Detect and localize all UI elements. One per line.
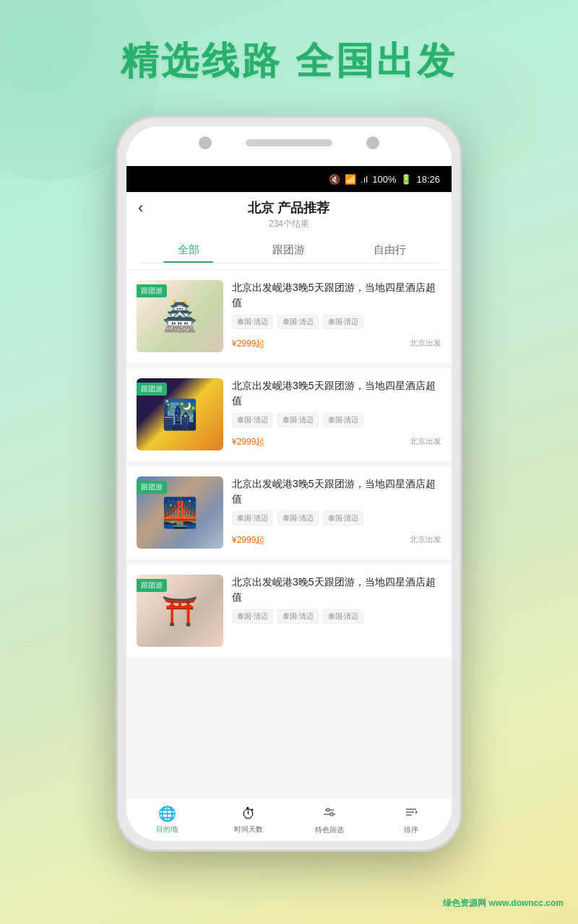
product-tags-1: 泰国·清迈 泰国·清迈 泰国·清迈 xyxy=(232,315,441,329)
product-info-2: 北京出发岘港3晚5天跟团游，当地四星酒店超值 泰国·清迈 泰国·清迈 泰国·清迈… xyxy=(232,378,441,450)
tag-1-2: 泰国·清迈 xyxy=(323,315,364,329)
days-label: 时间天数 xyxy=(234,824,263,834)
tag-3-2: 泰国·清迈 xyxy=(323,511,364,526)
mute-icon: 🔇 xyxy=(329,174,340,185)
phone-camera-right xyxy=(366,136,379,149)
product-origin-1: 北京出发 xyxy=(410,338,441,349)
filter-label: 特色筛选 xyxy=(315,825,344,835)
svg-point-2 xyxy=(327,808,329,811)
product-tags-2: 泰国·清迈 泰国·清迈 泰国·清迈 xyxy=(232,413,441,427)
product-price-row-1: ¥2999起 北京出发 xyxy=(232,336,441,350)
filter-icon xyxy=(322,805,337,823)
product-image-4: 跟团游 xyxy=(137,575,223,647)
bottom-nav-filter[interactable]: 特色筛选 xyxy=(289,798,371,841)
tag-3-1: 泰国·清迈 xyxy=(277,511,319,526)
status-bar: 🔇 📶 .ıl 100% 🔋 18:26 xyxy=(126,166,452,192)
product-tag-2: 跟团游 xyxy=(137,383,167,396)
bottom-nav: 🌐 目的地 ⏱ 时间天数 特色 xyxy=(126,798,452,841)
tag-1-0: 泰国·清迈 xyxy=(232,315,273,329)
nav-top-row: ‹ 北京 产品推荐 xyxy=(138,199,440,217)
sort-label: 排序 xyxy=(404,825,418,835)
page-title: 北京 产品推荐 xyxy=(248,199,329,217)
sort-icon xyxy=(404,805,418,823)
product-title-1: 北京出发岘港3晚5天跟团游，当地四星酒店超值 xyxy=(232,280,441,310)
status-icons: 🔇 📶 .ıl 100% 🔋 18:26 xyxy=(329,174,440,185)
product-card-1[interactable]: 跟团游 北京出发岘港3晚5天跟团游，当地四星酒店超值 泰国·清迈 泰国·清迈 泰… xyxy=(126,270,452,362)
product-title-4: 北京出发岘港3晚5天跟团游，当地四星酒店超值 xyxy=(232,575,441,605)
page-headline: 精选线路 全国出发 xyxy=(0,36,578,87)
product-info-1: 北京出发岘港3晚5天跟团游，当地四星酒店超值 泰国·清迈 泰国·清迈 泰国·清迈… xyxy=(232,280,441,352)
days-icon: ⏱ xyxy=(241,806,256,822)
bottom-nav-destination[interactable]: 🌐 目的地 xyxy=(126,798,208,841)
tag-2-1: 泰国·清迈 xyxy=(277,413,319,427)
product-title-2: 北京出发岘港3晚5天跟团游，当地四星酒店超值 xyxy=(232,378,441,409)
wifi-icon: 📶 xyxy=(345,174,356,185)
tab-bar: 全部 跟团游 自由行 xyxy=(138,237,440,263)
tag-2-2: 泰国·清迈 xyxy=(323,413,364,427)
phone-inner: 🔇 📶 .ıl 100% 🔋 18:26 ‹ 北京 产品推荐 234个结果 xyxy=(126,126,452,841)
time-label: 18:26 xyxy=(416,174,440,185)
watermark: 绿色资源网 www.downcc.com xyxy=(443,897,564,910)
phone-frame: 🔇 📶 .ıl 100% 🔋 18:26 ‹ 北京 产品推荐 234个结果 xyxy=(116,116,462,852)
destination-label: 目的地 xyxy=(156,824,178,834)
product-tag-3: 跟团游 xyxy=(137,481,167,494)
tab-free-tour[interactable]: 自由行 xyxy=(340,237,440,263)
bottom-nav-sort[interactable]: 排序 xyxy=(371,798,452,841)
product-origin-3: 北京出发 xyxy=(410,534,441,545)
tab-group-tour[interactable]: 跟团游 xyxy=(238,237,339,263)
product-price-1: ¥2999起 xyxy=(232,336,264,350)
product-tag-1: 跟团游 xyxy=(137,284,167,297)
product-card-3[interactable]: 跟团游 北京出发岘港3晚5天跟团游，当地四星酒店超值 泰国·清迈 泰国·清迈 泰… xyxy=(126,466,452,559)
svg-point-3 xyxy=(330,813,333,816)
result-count: 234个结果 xyxy=(269,218,309,230)
tag-4-1: 泰国·清迈 xyxy=(277,609,319,624)
product-title-3: 北京出发岘港3晚5天跟团游，当地四星酒店超值 xyxy=(232,476,441,507)
product-price-row-2: ¥2999起 北京出发 xyxy=(232,435,441,448)
battery-icon: 🔋 xyxy=(400,174,412,185)
back-button[interactable]: ‹ xyxy=(138,199,143,217)
product-price-2: ¥2999起 xyxy=(232,435,264,448)
product-image-1: 跟团游 xyxy=(137,280,223,352)
tag-2-0: 泰国·清迈 xyxy=(232,413,273,427)
screen: 🔇 📶 .ıl 100% 🔋 18:26 ‹ 北京 产品推荐 234个结果 xyxy=(126,166,452,841)
battery-label: 100% xyxy=(372,174,396,185)
nav-header: ‹ 北京 产品推荐 234个结果 全部 跟团游 自由行 xyxy=(126,192,452,270)
product-image-3: 跟团游 xyxy=(137,476,223,549)
product-tags-4: 泰国·清迈 泰国·清迈 泰国·清迈 xyxy=(232,609,441,624)
tag-4-2: 泰国·清迈 xyxy=(323,609,364,624)
product-info-3: 北京出发岘港3晚5天跟团游，当地四星酒店超值 泰国·清迈 泰国·清迈 泰国·清迈… xyxy=(232,476,441,549)
bottom-nav-days[interactable]: ⏱ 时间天数 xyxy=(208,798,290,841)
product-list: 跟团游 北京出发岘港3晚5天跟团游，当地四星酒店超值 泰国·清迈 泰国·清迈 泰… xyxy=(126,270,452,798)
tag-4-0: 泰国·清迈 xyxy=(232,609,273,624)
product-card-2[interactable]: 跟团游 北京出发岘港3晚5天跟团游，当地四星酒店超值 泰国·清迈 泰国·清迈 泰… xyxy=(126,368,452,461)
tag-3-0: 泰国·清迈 xyxy=(232,511,273,526)
price-suffix-3: 起 xyxy=(256,535,264,545)
product-card-4[interactable]: 跟团游 北京出发岘港3晚5天跟团游，当地四星酒店超值 泰国·清迈 泰国·清迈 泰… xyxy=(126,565,452,657)
product-price-row-3: ¥2999起 北京出发 xyxy=(232,533,441,546)
tab-all[interactable]: 全部 xyxy=(138,237,238,263)
product-tags-3: 泰国·清迈 泰国·清迈 泰国·清迈 xyxy=(232,511,441,526)
product-origin-2: 北京出发 xyxy=(410,436,441,447)
product-info-4: 北京出发岘港3晚5天跟团游，当地四星酒店超值 泰国·清迈 泰国·清迈 泰国·清迈 xyxy=(232,575,441,647)
product-tag-4: 跟团游 xyxy=(137,579,167,592)
price-suffix-2: 起 xyxy=(256,437,264,447)
price-suffix-1: 起 xyxy=(256,339,264,349)
phone-camera-left xyxy=(199,136,212,149)
signal-icon: .ıl xyxy=(361,174,368,185)
phone-speaker xyxy=(246,139,332,147)
product-image-2: 跟团游 xyxy=(137,378,223,450)
tag-1-1: 泰国·清迈 xyxy=(277,315,319,329)
destination-icon: 🌐 xyxy=(158,805,176,822)
product-price-3: ¥2999起 xyxy=(232,533,264,546)
